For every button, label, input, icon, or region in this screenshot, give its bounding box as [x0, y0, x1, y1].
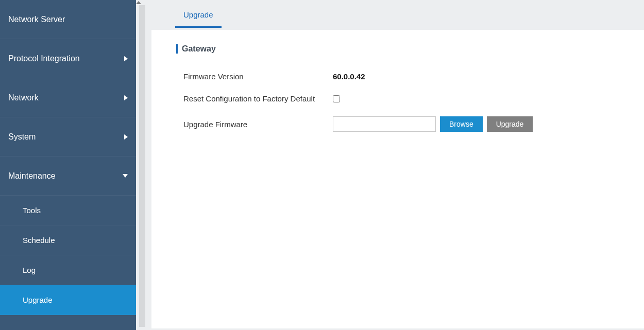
sidebar-item-maintenance[interactable]: Maintenance	[0, 157, 136, 196]
tab-bar: Upgrade	[175, 0, 644, 30]
sidebar-subitem-tools[interactable]: Tools	[0, 196, 136, 225]
checkbox-reset-config[interactable]	[333, 95, 340, 102]
sidebar-item-protocol-integration[interactable]: Protocol Integration	[0, 39, 136, 78]
tab-upgrade[interactable]: Upgrade	[175, 4, 222, 28]
input-firmware-file[interactable]	[333, 116, 436, 132]
value-firmware-version: 60.0.0.42	[333, 72, 365, 81]
tab-label: Upgrade	[183, 10, 213, 19]
sidebar-subitem-label: Log	[23, 266, 36, 274]
sidebar-subitem-label: Schedule	[23, 236, 55, 245]
row-upgrade-firmware: Upgrade Firmware Browse Upgrade	[183, 116, 619, 132]
sidebar-item-network[interactable]: Network	[0, 78, 136, 117]
sidebar-item-label: Network Server	[8, 15, 65, 24]
chevron-right-icon	[124, 134, 128, 140]
label-firmware-version: Firmware Version	[183, 72, 333, 81]
sidebar-subitem-label: Upgrade	[23, 296, 53, 304]
sidebar-subitem-schedule[interactable]: Schedule	[0, 225, 136, 255]
chevron-right-icon	[124, 95, 128, 100]
sidebar-subitem-label: Tools	[23, 206, 41, 215]
sidebar-item-label: Protocol Integration	[8, 54, 80, 63]
chevron-down-icon	[123, 174, 128, 178]
row-firmware-version: Firmware Version 60.0.0.42	[183, 72, 619, 81]
label-reset-config: Reset Configuration to Factory Default	[183, 94, 333, 103]
sidebar: Network Server Protocol Integration Netw…	[0, 0, 136, 330]
browse-button[interactable]: Browse	[440, 116, 483, 132]
sidebar-item-label: System	[8, 132, 36, 142]
sidebar-item-label: Network	[8, 93, 39, 102]
scrollbar[interactable]	[139, 5, 145, 327]
upgrade-button[interactable]: Upgrade	[487, 116, 533, 132]
label-upgrade-firmware: Upgrade Firmware	[183, 120, 333, 129]
content-panel: Gateway Firmware Version 60.0.0.42 Reset…	[151, 30, 644, 328]
sidebar-item-system[interactable]: System	[0, 117, 136, 157]
sidebar-subitem-log[interactable]: Log	[0, 255, 136, 285]
sidebar-item-label: Maintenance	[8, 171, 56, 181]
sidebar-subitem-upgrade[interactable]: Upgrade	[0, 285, 136, 315]
section-title: Gateway	[176, 44, 619, 54]
main-content: Upgrade Gateway Firmware Version 60.0.0.…	[136, 0, 644, 330]
chevron-right-icon	[124, 56, 128, 61]
sidebar-item-network-server[interactable]: Network Server	[0, 0, 136, 39]
row-reset-config: Reset Configuration to Factory Default	[183, 94, 619, 103]
scroll-up-arrow-icon[interactable]	[136, 1, 141, 4]
